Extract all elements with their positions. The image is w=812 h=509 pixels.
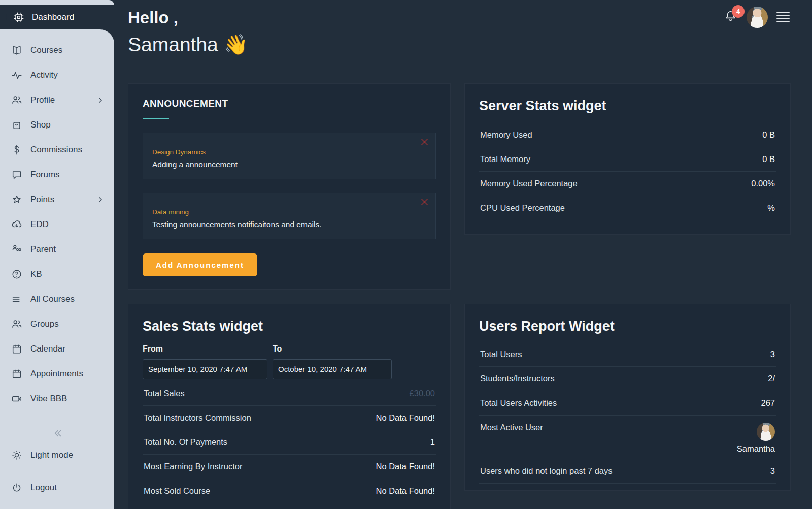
sidebar-item-label: Groups [30, 319, 59, 329]
stat-label: CPU Used Percentage [480, 203, 565, 213]
widget-grid: ANNOUNCEMENT Design Dynamics Adding a an… [128, 83, 791, 509]
sidebar-menu: Courses Activity Profile [0, 29, 114, 509]
sidebar-item-commissions[interactable]: Commissions [0, 137, 114, 162]
list-icon [11, 294, 22, 305]
stat-label: Total Users Activities [480, 398, 557, 408]
sidebar-item-shop[interactable]: Shop [0, 112, 114, 137]
sidebar-item-dashboard[interactable]: Dashboard [6, 5, 114, 29]
to-date-input[interactable] [273, 359, 392, 379]
stat-value: 0 B [762, 154, 775, 164]
widget-title: Server Stats widget [479, 98, 776, 114]
stat-row: CPU Used Percentage % [479, 196, 776, 220]
stat-value: 3 [770, 466, 775, 476]
announcement-widget: ANNOUNCEMENT Design Dynamics Adding a an… [128, 83, 451, 290]
from-date-input[interactable] [143, 359, 267, 379]
from-label: From [143, 344, 267, 354]
user-avatar[interactable] [747, 7, 768, 28]
sidebar-item-appointments[interactable]: Appointments [0, 361, 114, 386]
sidebar-item-light-mode[interactable]: Light mode [0, 442, 114, 467]
stat-value: % [767, 203, 775, 213]
most-active-user: Samantha [737, 423, 775, 454]
sidebar-item-calendar[interactable]: Calendar [0, 336, 114, 361]
stat-value: No Data Found! [376, 462, 435, 471]
sidebar-item-logout[interactable]: Logout [0, 475, 114, 500]
date-range: From To [143, 344, 436, 379]
stat-label: Most Earning By Instructor [144, 462, 242, 471]
most-active-user-name: Samantha [737, 444, 775, 454]
people-icon [11, 319, 22, 330]
stat-label: Total No. Of Payments [144, 437, 227, 447]
sidebar-item-label: Appointments [30, 369, 83, 379]
main-content: 4 Hello , Samantha 👋 ANNOUNCEMENT Design… [114, 0, 812, 509]
sidebar-item-forums[interactable]: Forums [0, 162, 114, 187]
close-icon[interactable] [420, 198, 429, 206]
stat-label: Total Instructors Commission [144, 413, 251, 423]
dollar-icon [11, 144, 22, 155]
bag-icon [11, 119, 22, 131]
menu-icon[interactable] [776, 12, 790, 23]
chevrons-left-icon [51, 427, 64, 440]
stat-row-most-active-user: Most Active User Samantha [479, 416, 776, 459]
stat-label: Users who did not login past 7 days [480, 466, 612, 476]
greeting-line1: Hello , [128, 7, 791, 29]
stat-row: Memory Used 0 B [479, 123, 776, 147]
stat-value: 1 [430, 437, 435, 447]
close-icon[interactable] [420, 138, 429, 146]
stat-rows: Memory Used 0 B Total Memory 0 B Memory … [479, 123, 776, 220]
sidebar-item-all-courses[interactable]: All Courses [0, 287, 114, 311]
users-report-widget: Users Report Widget Total Users 3 Studen… [464, 304, 791, 491]
sidebar-footer: Light mode Logout [0, 442, 114, 509]
stat-row: Total Sales £30.00 [143, 381, 436, 406]
power-icon [11, 482, 22, 493]
activity-icon [11, 70, 22, 81]
date-from: From [143, 344, 267, 379]
stat-row: Total Users Activities 267 [479, 391, 776, 416]
stat-row: Total No. Of Payments 1 [143, 430, 436, 455]
sidebar-item-label: Logout [30, 483, 57, 493]
stat-row: Total Instructors Commission No Data Fou… [143, 406, 436, 430]
book-icon [11, 45, 22, 56]
stat-row: Total Users 3 [479, 342, 776, 367]
sidebar-item-label: Vibe BBB [30, 394, 67, 404]
server-stats-widget: Server Stats widget Memory Used 0 B Tota… [464, 83, 791, 235]
sidebar-collapse-button[interactable] [0, 424, 114, 442]
notification-badge: 4 [732, 5, 745, 18]
stat-value: No Data Found! [376, 413, 435, 423]
sidebar-item-courses[interactable]: Courses [0, 38, 114, 62]
add-announcement-button[interactable]: Add Announcement [143, 253, 257, 276]
cloud-download-icon [11, 219, 22, 230]
sidebar-item-profile[interactable]: Profile [0, 87, 114, 112]
question-circle-icon [11, 269, 22, 280]
stat-label: Total Users [480, 349, 522, 359]
greeting-line2: Samantha 👋 [128, 33, 791, 56]
sidebar-item-edd[interactable]: EDD [0, 212, 114, 237]
sidebar-item-label: Profile [30, 95, 55, 105]
sidebar-item-points[interactable]: Points [0, 187, 114, 212]
sidebar-item-kb[interactable]: KB [0, 262, 114, 287]
sidebar-item-label: KB [30, 269, 42, 279]
sidebar-item-vibe-bbb[interactable]: Vibe BBB [0, 386, 114, 411]
chip-icon [13, 12, 24, 23]
sidebar-item-label: All Courses [30, 294, 75, 304]
people-icon [11, 94, 22, 106]
stat-label: Most Sold Course [144, 486, 210, 496]
stat-value: No Data Found! [376, 486, 435, 496]
sidebar-item-label: Activity [30, 70, 58, 80]
sidebar-item-parent[interactable]: Parent [0, 237, 114, 262]
sidebar-item-activity[interactable]: Activity [0, 62, 114, 87]
notifications-button[interactable]: 4 [724, 10, 738, 25]
stat-label: Memory Used [480, 130, 532, 140]
chat-icon [11, 169, 22, 180]
sidebar-item-groups[interactable]: Groups [0, 311, 114, 336]
calendar-icon [11, 343, 22, 355]
sidebar-item-label: Forums [30, 170, 60, 180]
greeting: Hello , Samantha 👋 [128, 7, 791, 56]
sidebar-item-label: Points [30, 195, 54, 205]
sidebar-top-strip [0, 0, 114, 5]
stat-row: Most Earning By Instructor No Data Found… [143, 455, 436, 479]
announcement-item: Design Dynamics Adding a announcement [143, 133, 436, 179]
stat-row: Total Memory 0 B [479, 147, 776, 172]
stat-label: Memory Used Percentage [480, 179, 578, 188]
stat-row: Students/Instructors 2/ [479, 367, 776, 391]
stat-row: Memory Used Percentage 0.00% [479, 172, 776, 196]
